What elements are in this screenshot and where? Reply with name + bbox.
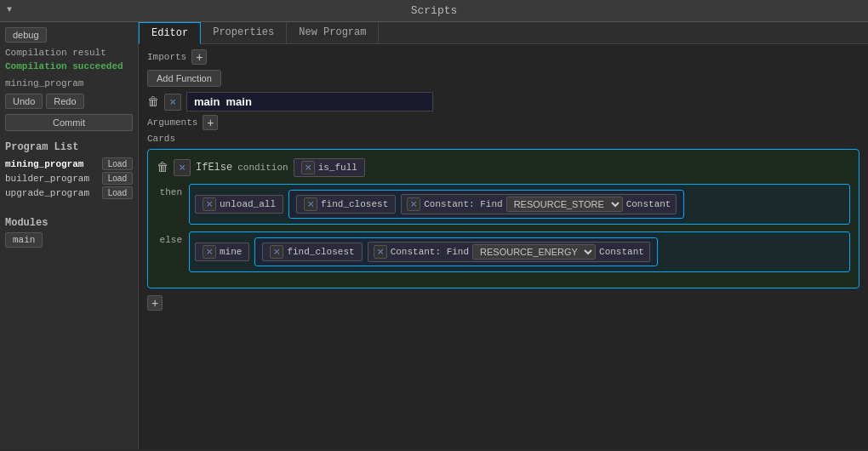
arguments-label: Arguments xyxy=(147,117,197,128)
else-branch: else ⤫ mine ⤫ find_closest xyxy=(157,231,850,272)
mine-label: mine xyxy=(220,247,242,257)
then-label: then xyxy=(157,184,182,197)
condition-label: condition xyxy=(237,163,288,173)
cards-label: Cards xyxy=(147,134,175,144)
tab-editor[interactable]: Editor xyxy=(139,22,201,44)
add-function-btn-wrap: Add Function xyxy=(147,70,859,92)
is-full-chip[interactable]: ⤫ is_full xyxy=(294,158,365,177)
is-full-icon: ⤫ xyxy=(301,161,315,174)
list-item: builder_program Load xyxy=(5,171,133,186)
modules-section: Modules main xyxy=(5,210,133,248)
unload-all-chip[interactable]: ⤫ unload_all xyxy=(195,195,283,214)
dropdown-arrow[interactable]: ▼ xyxy=(7,5,12,14)
compilation-result-label: Compilation result xyxy=(5,48,133,58)
ifelse-card: 🗑 ⤫ IfElse condition ⤫ is_full then xyxy=(147,149,859,288)
unload-all-row: ⤫ unload_all ⤫ find_closest ⤫ xyxy=(195,190,844,219)
cards-section: Cards xyxy=(147,134,859,144)
ifelse-icon: ⤫ xyxy=(174,159,191,176)
find-closest-label-1: find_closest xyxy=(321,199,388,209)
program-item-name: builder_program xyxy=(5,174,89,184)
constant-label-1: Constant xyxy=(626,199,671,209)
editor-content: Imports + Add Function 🗑 ⤫ Arguments + C… xyxy=(139,44,868,449)
find-closest-chip-2[interactable]: ⤫ find_closest xyxy=(262,243,362,261)
then-branch: then ⤫ unload_all ⤫ find_closes xyxy=(157,184,850,225)
find-closest-card-1: ⤫ find_closest ⤫ Constant: Find RESOURCE… xyxy=(288,190,684,219)
program-list: mining_program Load builder_program Load… xyxy=(5,157,133,200)
find-closest-label-2: find_closest xyxy=(287,247,354,257)
constant-find-label-2: Constant: Find xyxy=(391,247,469,257)
function-header: 🗑 ⤫ xyxy=(147,92,859,111)
list-item: upgrade_program Load xyxy=(5,186,133,200)
resource-energy-select[interactable]: RESOURCE_ENERGY xyxy=(472,244,596,260)
debug-button[interactable]: debug xyxy=(5,27,47,43)
tab-bar: Editor Properties New Program xyxy=(139,22,868,44)
list-item: mining_program Load xyxy=(5,157,133,171)
ifelse-label: IfElse xyxy=(196,162,232,174)
load-button-0[interactable]: Load xyxy=(102,157,133,170)
constant-icon-1: ⤫ xyxy=(407,197,420,211)
load-button-2[interactable]: Load xyxy=(102,186,133,199)
add-argument-button[interactable]: + xyxy=(203,115,218,130)
else-label: else xyxy=(157,231,182,245)
else-content: ⤫ mine ⤫ find_closest ⤫ xyxy=(189,231,850,272)
modules-title: Modules xyxy=(5,217,133,229)
find-closest-card-2: ⤫ find_closest ⤫ Constant: Find RESOURCE… xyxy=(254,237,657,266)
add-import-button[interactable]: + xyxy=(191,49,207,65)
is-full-label: is_full xyxy=(318,163,357,173)
delete-card-icon[interactable]: 🗑 xyxy=(157,161,168,174)
constant-icon-2: ⤫ xyxy=(374,245,387,259)
program-item-name: upgrade_program xyxy=(5,188,89,198)
program-item-name: mining_program xyxy=(5,159,83,169)
constant-find-chip-1[interactable]: ⤫ Constant: Find RESOURCE_STORE Constant xyxy=(401,194,677,214)
find-closest-icon-2: ⤫ xyxy=(270,245,283,259)
undo-redo-row: Undo Redo xyxy=(5,94,133,109)
function-name-input[interactable] xyxy=(186,92,433,111)
title-text: Scripts xyxy=(411,4,458,17)
function-icon: ⤫ xyxy=(164,94,181,111)
constant-find-label-1: Constant: Find xyxy=(424,199,502,209)
unload-icon: ⤫ xyxy=(203,197,216,211)
mine-row: ⤫ mine ⤫ find_closest ⤫ xyxy=(195,237,844,266)
arguments-section: Arguments + xyxy=(147,115,859,130)
find-closest-icon-1: ⤫ xyxy=(304,197,317,211)
constant-find-chip-2[interactable]: ⤫ Constant: Find RESOURCE_ENERGY Constan… xyxy=(368,242,650,262)
commit-button[interactable]: Commit xyxy=(5,114,133,131)
mine-icon: ⤫ xyxy=(203,245,216,259)
imports-label: Imports xyxy=(147,52,186,62)
editor-area: Editor Properties New Program Imports + … xyxy=(139,22,868,449)
module-item-main[interactable]: main xyxy=(5,232,43,248)
find-closest-chip-1[interactable]: ⤫ find_closest xyxy=(296,195,396,214)
imports-section: Imports + xyxy=(147,49,859,65)
title-bar: ▼ Scripts xyxy=(0,0,868,22)
resource-store-select[interactable]: RESOURCE_STORE xyxy=(506,197,623,212)
mine-chip[interactable]: ⤫ mine xyxy=(195,243,249,261)
add-function-button[interactable]: Add Function xyxy=(147,70,221,87)
program-list-title: Program List xyxy=(5,141,133,153)
load-button-1[interactable]: Load xyxy=(102,172,133,185)
add-card-row: + xyxy=(147,295,859,311)
add-card-button[interactable]: + xyxy=(147,295,163,311)
delete-function-icon[interactable]: 🗑 xyxy=(147,95,159,109)
tab-properties[interactable]: Properties xyxy=(201,22,287,43)
unload-all-label: unload_all xyxy=(220,199,276,209)
constant-label-2: Constant xyxy=(599,247,644,257)
then-content: ⤫ unload_all ⤫ find_closest ⤫ xyxy=(189,184,850,225)
program-name-label: mining_program xyxy=(5,78,133,88)
card-header: 🗑 ⤫ IfElse condition ⤫ is_full xyxy=(157,158,850,177)
compilation-status: Compilation succeeded xyxy=(5,61,133,71)
redo-button[interactable]: Redo xyxy=(46,94,83,109)
tab-new-program[interactable]: New Program xyxy=(287,22,379,43)
sidebar: debug Compilation result Compilation suc… xyxy=(0,22,139,449)
undo-button[interactable]: Undo xyxy=(5,94,43,109)
